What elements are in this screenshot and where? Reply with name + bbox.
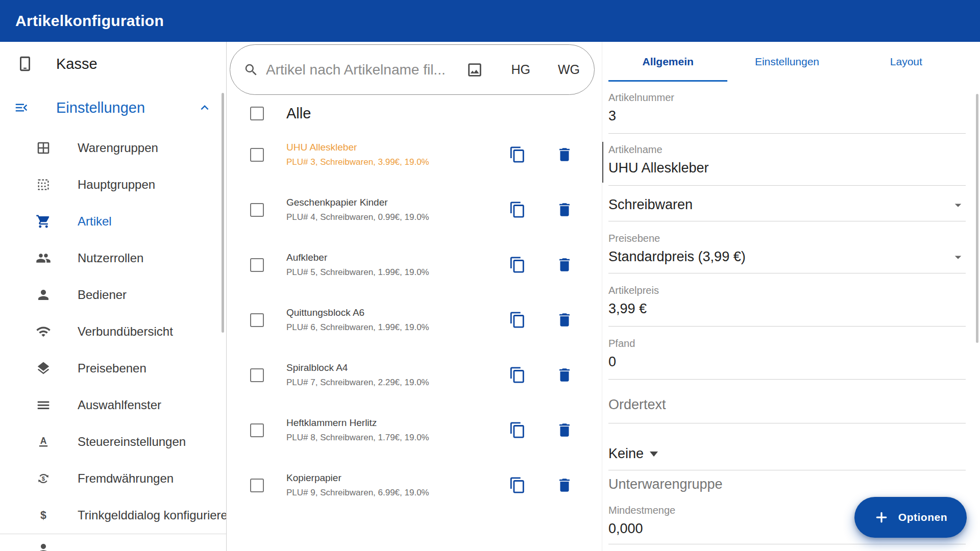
select-all-checkbox[interactable]: [250, 107, 264, 120]
tab-einstellungen[interactable]: Einstellungen: [727, 42, 846, 82]
tax-icon: A: [36, 434, 51, 449]
delete-icon[interactable]: [556, 311, 573, 329]
article-list: UHU Alleskleber PLU# 3, Schreibwaren, 3.…: [227, 127, 602, 513]
copy-icon[interactable]: [509, 477, 526, 494]
pfand-field[interactable]: Pfand 0: [608, 338, 966, 380]
pfand-value[interactable]: 0: [608, 354, 966, 370]
article-row-quittungsblock[interactable]: Quittungsblock A6 PLU# 6, Schreibwaren, …: [227, 292, 602, 347]
svg-text:$: $: [40, 509, 46, 521]
detail-panel-scrollbar[interactable]: [976, 94, 978, 343]
panel-drag-handle[interactable]: [602, 142, 603, 183]
unterwarengruppe-field[interactable]: Unterwarengruppe: [608, 477, 966, 492]
sidebar-nav: Warengruppen Hauptgruppen: [0, 130, 226, 534]
delete-icon[interactable]: [556, 421, 573, 439]
search-bar: HG WG: [230, 44, 595, 95]
article-row-aufkleber[interactable]: Aufkleber PLU# 5, Schreibwaren, 1.99€, 1…: [227, 237, 602, 292]
layers-icon: [36, 361, 51, 376]
artikelnummer-value[interactable]: 3: [608, 108, 966, 124]
chevron-down-icon[interactable]: [950, 197, 966, 213]
sidebar-item-fremdwaehrungen[interactable]: $ Fremdwährungen: [0, 460, 226, 497]
search-input[interactable]: [266, 62, 466, 78]
warengruppe-select[interactable]: Schreibwaren: [608, 197, 966, 221]
sidebar-item-warengruppen[interactable]: Warengruppen: [0, 130, 226, 166]
image-filter-icon[interactable]: [466, 61, 483, 79]
row-checkbox[interactable]: [250, 423, 264, 437]
artikelname-field[interactable]: Artikelname UHU Alleskleber: [608, 144, 966, 186]
delete-icon[interactable]: [556, 256, 573, 273]
article-row-heftklammern[interactable]: Heftklammern Herlitz PLU# 8, Schreibware…: [227, 403, 602, 458]
article-subtitle: PLU# 7, Schreibwaren, 2.29€, 19.0%: [286, 378, 509, 388]
artikelname-value[interactable]: UHU Alleskleber: [608, 160, 966, 176]
artikelpreis-value[interactable]: 3,99 €: [608, 301, 966, 317]
optionen-fab-button[interactable]: Optionen: [854, 497, 967, 538]
keine-value[interactable]: Keine: [608, 446, 644, 462]
sidebar-item-bediener[interactable]: Bediener: [0, 277, 226, 313]
kasse-label: Kasse: [56, 56, 97, 72]
preisebene-value[interactable]: Standardpreis (3,99 €): [608, 249, 746, 265]
menu-collapse-icon[interactable]: [14, 100, 29, 115]
artikelnummer-label: Artikelnummer: [608, 92, 966, 103]
hg-filter-button[interactable]: HG: [511, 62, 530, 77]
svg-text:$: $: [42, 475, 45, 482]
article-row-spiralblock[interactable]: Spiralblock A4 PLU# 7, Schreibwaren, 2.2…: [227, 347, 602, 403]
artikelpreis-field[interactable]: Artikelpreis 3,99 €: [608, 285, 966, 327]
tab-allgemein[interactable]: Allgemein: [608, 42, 727, 82]
chevron-down-icon[interactable]: [950, 249, 966, 265]
delete-icon[interactable]: [556, 366, 573, 384]
artikelpreis-label: Artikelpreis: [608, 285, 966, 296]
artikelname-label: Artikelname: [608, 144, 966, 155]
dropdown-caret-icon: [650, 452, 658, 457]
row-checkbox[interactable]: [250, 479, 264, 492]
unterwarengruppe-label[interactable]: Unterwarengruppe: [608, 477, 966, 492]
ordertext-label[interactable]: Ordertext: [608, 397, 966, 413]
article-subtitle: PLU# 6, Schreibwaren, 1.99€, 19.0%: [286, 322, 509, 333]
sidebar-item-trinkgelddialog[interactable]: $ Trinkgelddialog konfigurieren: [0, 497, 226, 534]
article-name: UHU Alleskleber: [286, 142, 509, 153]
sidebar-item-auswahlfenster[interactable]: Auswahlfenster: [0, 387, 226, 423]
delete-icon[interactable]: [556, 201, 573, 218]
sidebar-scrollbar[interactable]: [222, 93, 224, 333]
article-subtitle: PLU# 8, Schreibwaren, 1.79€, 19.0%: [286, 433, 509, 443]
row-checkbox[interactable]: [250, 313, 264, 327]
currency-exchange-icon: $: [36, 471, 51, 486]
article-name: Spiralblock A4: [286, 362, 509, 373]
grid-icon: [36, 140, 51, 156]
wg-filter-button[interactable]: WG: [558, 62, 580, 77]
article-subtitle: PLU# 3, Schreibwaren, 3.99€, 19.0%: [286, 157, 509, 167]
preisebene-select[interactable]: Preisebene Standardpreis (3,99 €): [608, 233, 966, 273]
select-all-row[interactable]: Alle: [227, 95, 602, 127]
sidebar-item-preisebenen[interactable]: Preisebenen: [0, 350, 226, 387]
ordertext-field[interactable]: Ordertext: [608, 397, 966, 423]
sidebar-item-kasse[interactable]: Kasse: [0, 42, 226, 86]
article-name: Heftklammern Herlitz: [286, 417, 509, 429]
warengruppe-value[interactable]: Schreibwaren: [608, 197, 693, 213]
tab-layout[interactable]: Layout: [847, 42, 966, 82]
article-row-uhu-alleskleber[interactable]: UHU Alleskleber PLU# 3, Schreibwaren, 3.…: [227, 127, 602, 182]
keine-select[interactable]: Keine: [608, 446, 966, 470]
cart-icon: [36, 214, 51, 229]
copy-icon[interactable]: [509, 256, 526, 273]
delete-icon[interactable]: [556, 477, 573, 494]
sidebar-item-hauptgruppen[interactable]: Hauptgruppen: [0, 166, 226, 203]
sidebar-item-verbunduebersicht[interactable]: Verbundübersicht: [0, 313, 226, 350]
delete-icon[interactable]: [556, 146, 573, 163]
lines-icon: [36, 397, 51, 413]
chevron-up-icon[interactable]: [197, 100, 212, 115]
artikelnummer-field[interactable]: Artikelnummer 3: [608, 92, 966, 134]
sidebar-item-artikel[interactable]: Artikel: [0, 203, 226, 240]
row-checkbox[interactable]: [250, 258, 264, 272]
row-checkbox[interactable]: [250, 203, 264, 217]
article-row-kopierpapier[interactable]: Kopierpapier PLU# 9, Schreibwaren, 6.99€…: [227, 458, 602, 513]
row-checkbox[interactable]: [250, 148, 264, 162]
sidebar-item-steuereinstellungen[interactable]: A Steuereinstellungen: [0, 423, 226, 460]
row-checkbox[interactable]: [250, 368, 264, 382]
sidebar-item-nutzerrollen[interactable]: Nutzerrollen: [0, 240, 226, 277]
sidebar-section-einstellungen[interactable]: Einstellungen: [0, 86, 226, 130]
copy-icon[interactable]: [509, 201, 526, 218]
article-row-geschenkpapier[interactable]: Geschenkpapier Kinder PLU# 4, Schreibwar…: [227, 182, 602, 237]
copy-icon[interactable]: [509, 311, 526, 329]
copy-icon[interactable]: [509, 421, 526, 439]
copy-icon[interactable]: [509, 366, 526, 384]
copy-icon[interactable]: [509, 146, 526, 163]
sidebar-item-partial[interactable]: [0, 534, 226, 551]
